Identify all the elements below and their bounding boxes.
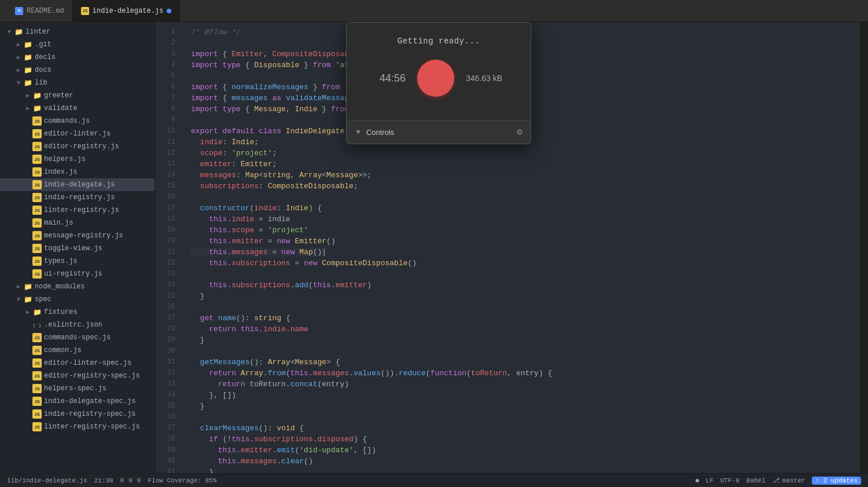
git-branch-name: master — [782, 477, 806, 484]
tab-indie-delegate[interactable]: JS indie-delegate.js — [73, 0, 180, 21]
sidebar-item-message-registry-js[interactable]: ▶ JS message-registry.js — [0, 229, 155, 242]
status-encoding[interactable]: UTF-8 — [720, 477, 740, 484]
warning-count: 0 — [128, 477, 133, 484]
git-branch-icon: ⎇ — [773, 477, 780, 484]
sidebar-item-greeter[interactable]: ▶ 📁 greeter — [0, 89, 155, 102]
sidebar-item-linter-registry-spec[interactable]: ▶ JS linter-registry-spec.js — [0, 420, 155, 433]
sidebar[interactable]: ▼ 📁 linter ▶ 📁 .git ▶ 📁 decls ▶ 📁 docs ▼… — [0, 22, 155, 473]
popup-status-text: Getting ready... — [358, 36, 519, 46]
fixtures-icon: 📁 — [32, 307, 42, 317]
editor-linter-spec-label: editor-linter-spec.js — [44, 359, 155, 367]
sidebar-root-linter[interactable]: ▼ 📁 linter — [0, 25, 155, 38]
commands-spec-label: commands-spec.js — [44, 334, 155, 342]
sidebar-item-main-js[interactable]: ▶ JS main.js — [0, 217, 155, 229]
popup-footer: ▼ Controls ⚙ — [347, 120, 531, 144]
linter-registry-spec-label: linter-registry-spec.js — [44, 423, 155, 431]
sidebar-item-editor-linter-js[interactable]: ▶ JS editor-linter.js — [0, 127, 155, 140]
sidebar-item-node-modules[interactable]: ▶ 📁 node_modules — [0, 280, 155, 293]
popup-overlay: Getting ready... 44:56 346.63 kB ▼ Contr… — [346, 22, 531, 144]
sidebar-item-editor-registry-js[interactable]: ▶ JS editor-registry.js — [0, 140, 155, 153]
tab-md-icon: M — [15, 7, 23, 15]
tab-readme[interactable]: M README.md — [7, 0, 73, 21]
editor-registry-badge: JS — [32, 142, 42, 151]
sidebar-item-fixtures[interactable]: ▶ 📁 fixtures — [0, 306, 155, 318]
sidebar-item-indie-registry-spec[interactable]: ▶ JS indie-registry-spec.js — [0, 408, 155, 420]
indie-delegate-spec-label: indie-delegate-spec.js — [44, 397, 155, 405]
node-modules-icon: 📁 — [23, 282, 32, 291]
sidebar-item-lib[interactable]: ▼ 📁 lib — [0, 76, 155, 89]
linter-registry-label: linter-registry.js — [44, 206, 155, 214]
popup-record-button[interactable] — [417, 60, 454, 97]
sidebar-item-commands-spec[interactable]: ▶ JS commands-spec.js — [0, 331, 155, 344]
sidebar-item-validate[interactable]: ▶ 📁 validate — [0, 102, 155, 115]
tab-container: M README.md JS indie-delegate.js — [7, 0, 180, 21]
sidebar-item-decls[interactable]: ▶ 📁 decls — [0, 51, 155, 64]
sidebar-item-helpers-js[interactable]: ▶ JS helpers.js — [0, 153, 155, 166]
fixtures-label: fixtures — [44, 308, 155, 316]
editor-area: 12345 678910 1112131415 1617181920 21222… — [155, 22, 868, 473]
linter-registry-badge: JS — [32, 206, 42, 215]
types-label: types.js — [44, 257, 155, 265]
indie-registry-spec-badge: JS — [32, 409, 42, 419]
types-badge: JS — [32, 257, 42, 266]
helpers-badge: JS — [32, 155, 42, 164]
root-arrow: ▼ — [5, 27, 14, 36]
validate-label: validate — [44, 104, 155, 112]
status-git-branch[interactable]: ⎇ master — [773, 477, 806, 484]
sidebar-item-indie-delegate-spec[interactable]: ▶ JS indie-delegate-spec.js — [0, 395, 155, 408]
linter-registry-spec-badge: JS — [32, 422, 42, 431]
commands-spec-badge: JS — [32, 333, 42, 342]
docs-label: docs — [35, 66, 155, 74]
validate-arrow: ▶ — [23, 104, 32, 113]
main-badge: JS — [32, 218, 42, 228]
sidebar-item-docs[interactable]: ▶ 📁 docs — [0, 64, 155, 76]
message-registry-badge: JS — [32, 231, 42, 240]
docs-icon: 📁 — [23, 65, 32, 75]
sidebar-item-linter-registry-js[interactable]: ▶ JS linter-registry.js — [0, 204, 155, 217]
sidebar-item-index-js[interactable]: ▶ JS index.js — [0, 166, 155, 178]
message-registry-label: message-registry.js — [44, 232, 155, 240]
sidebar-item-commands-js[interactable]: ▶ JS commands.js — [0, 115, 155, 127]
commands-label: commands.js — [44, 117, 155, 125]
popup-controls-section[interactable]: ▼ Controls — [355, 128, 394, 137]
status-left: lib/indie-delegate.js 21:30 0 0 0 Flow C… — [7, 477, 696, 484]
indie-delegate-file-label: indie-delegate.js — [44, 181, 155, 189]
status-flow-coverage: Flow Coverage: 85% — [148, 477, 216, 484]
sidebar-item-types-js[interactable]: ▶ JS types.js — [0, 255, 155, 268]
scrollbar[interactable] — [860, 22, 868, 473]
sidebar-item-editor-registry-spec[interactable]: ▶ JS editor-registry-spec.js — [0, 369, 155, 382]
root-label: linter — [25, 28, 155, 36]
greeter-arrow: ▶ — [23, 91, 32, 100]
toggle-view-label: toggle-view.js — [44, 244, 155, 252]
sidebar-item-toggle-view-js[interactable]: ▶ JS toggle-view.js — [0, 242, 155, 255]
sidebar-item-git[interactable]: ▶ 📁 .git — [0, 38, 155, 51]
editor-linter-label: editor-linter.js — [44, 130, 155, 138]
ui-registry-badge: JS — [32, 269, 42, 279]
sidebar-item-common-js[interactable]: ▶ JS common.js — [0, 344, 155, 357]
sidebar-item-indie-registry-js[interactable]: ▶ JS indie-registry.js — [0, 191, 155, 204]
sidebar-item-indie-delegate-js[interactable]: ▶ JS indie-delegate.js — [0, 178, 155, 191]
status-bar: lib/indie-delegate.js 21:30 0 0 0 Flow C… — [0, 473, 868, 487]
common-badge: JS — [32, 346, 42, 355]
eslintrc-badge: { } — [32, 320, 42, 329]
sidebar-item-eslintrc[interactable]: ▶ { } .eslintrc.json — [0, 318, 155, 331]
lib-arrow: ▼ — [14, 78, 23, 87]
popup-gear-button[interactable]: ⚙ — [517, 126, 523, 138]
sidebar-item-spec[interactable]: ▼ 📁 spec — [0, 293, 155, 306]
status-updates-button[interactable]: ↑ 2 updates — [812, 477, 861, 485]
helpers-spec-badge: JS — [32, 384, 42, 393]
status-indicator-dot — [696, 479, 699, 482]
node-modules-label: node_modules — [35, 283, 155, 291]
status-line-ending[interactable]: LF — [706, 477, 713, 484]
docs-arrow: ▶ — [14, 65, 23, 75]
status-grammar[interactable]: Babel — [746, 477, 766, 484]
common-label: common.js — [44, 346, 155, 354]
tab-modified-dot — [167, 9, 171, 13]
spec-arrow: ▼ — [14, 295, 23, 304]
sidebar-item-editor-linter-spec[interactable]: ▶ JS editor-linter-spec.js — [0, 357, 155, 369]
helpers-label: helpers.js — [44, 155, 155, 163]
status-dot — [696, 479, 699, 482]
sidebar-item-ui-registry-js[interactable]: ▶ JS ui-registry.js — [0, 268, 155, 280]
sidebar-item-helpers-spec[interactable]: ▶ JS helpers-spec.js — [0, 382, 155, 395]
indie-delegate-badge: JS — [32, 180, 42, 189]
